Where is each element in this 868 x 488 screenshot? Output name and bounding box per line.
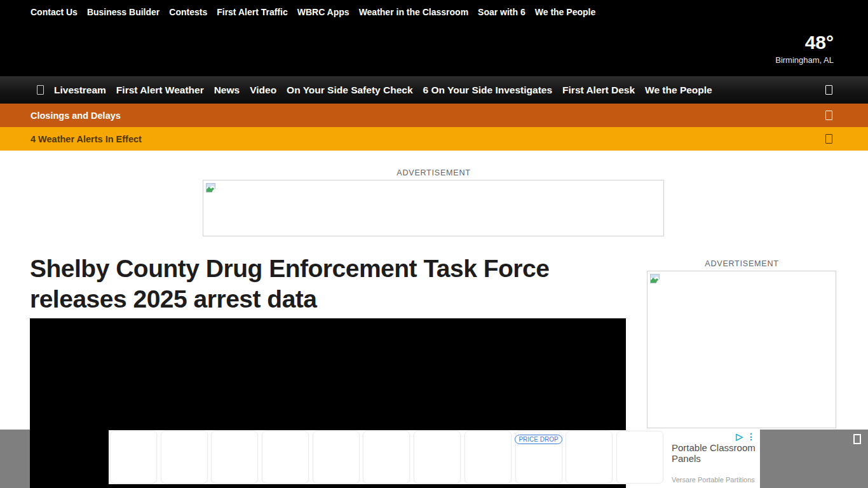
top-ad-label: ADVERTISEMENT <box>203 168 665 177</box>
utility-nav-link[interactable]: Soar with 6 <box>478 7 526 17</box>
broken-image-icon <box>650 274 661 285</box>
utility-nav-link[interactable]: Contact Us <box>31 7 78 17</box>
product-tile[interactable] <box>616 431 663 484</box>
anchor-ad-source: Versare Portable Partitions <box>672 476 755 484</box>
adchoices-icon[interactable]: ▷ <box>736 431 743 442</box>
product-tile[interactable] <box>414 431 461 484</box>
utility-nav-link[interactable]: Business Builder <box>87 7 159 17</box>
search-icon[interactable] <box>825 85 832 95</box>
anchor-ad-text-card[interactable]: ▷ ⋮ Portable Classroom Panels Versare Po… <box>665 430 760 488</box>
main-nav-link[interactable]: Video <box>250 85 276 96</box>
anchor-ad-product-tiles: PRICE DROP <box>109 430 665 484</box>
utility-nav-link[interactable]: Weather in the Classroom <box>359 7 468 17</box>
weather-location: Birmingham, AL <box>775 55 834 65</box>
product-tile[interactable] <box>566 431 613 484</box>
article-headline: Shelby County Drug Enforcement Task Forc… <box>30 254 634 315</box>
closings-expand-icon[interactable] <box>825 111 832 120</box>
sidebar-ad-label: ADVERTISEMENT <box>647 259 837 268</box>
anchor-ad-backdrop-left <box>0 430 30 488</box>
closings-label: Closings and Delays <box>31 111 121 121</box>
utility-nav: Contact UsBusiness BuilderContestsFirst … <box>0 0 868 17</box>
main-nav-links: LivestreamFirst Alert WeatherNewsVideoOn… <box>54 85 712 96</box>
anchor-ad-title: Portable Classroom Panels <box>672 443 756 464</box>
product-tile[interactable]: PRICE DROP <box>515 431 562 484</box>
product-tile[interactable] <box>211 431 258 484</box>
weather-temperature: 48° <box>775 32 834 53</box>
price-drop-badge: PRICE DROP <box>515 435 562 444</box>
utility-nav-link[interactable]: Contests <box>169 7 207 17</box>
ad-controls: ▷ ⋮ <box>736 431 756 442</box>
closings-and-delays-bar[interactable]: Closings and Delays <box>0 104 868 127</box>
main-nav-link[interactable]: First Alert Desk <box>562 85 635 96</box>
main-nav-link[interactable]: 6 On Your Side Investigates <box>423 85 553 96</box>
utility-nav-link[interactable]: First Alert Traffic <box>217 7 288 17</box>
alerts-expand-icon[interactable] <box>825 134 832 144</box>
weather-alerts-label: 4 Weather Alerts In Effect <box>31 134 142 144</box>
utility-nav-link[interactable]: We the People <box>535 7 595 17</box>
main-nav: LivestreamFirst Alert WeatherNewsVideoOn… <box>0 76 868 104</box>
ad-options-icon[interactable]: ⋮ <box>747 431 756 442</box>
main-nav-link[interactable]: On Your Side Safety Check <box>287 85 412 96</box>
broken-image-icon <box>206 183 217 194</box>
close-ad-icon[interactable] <box>853 434 861 444</box>
page: Contact UsBusiness BuilderContestsFirst … <box>0 0 868 488</box>
top-ad-banner[interactable] <box>203 180 664 236</box>
main-nav-link[interactable]: Livestream <box>54 85 106 96</box>
main-nav-link[interactable]: We the People <box>645 85 712 96</box>
product-tile[interactable] <box>363 431 410 484</box>
weather-widget[interactable]: 48° Birmingham, AL <box>775 32 834 65</box>
product-tile[interactable] <box>465 431 512 484</box>
sidebar-ad-banner[interactable] <box>647 271 836 428</box>
main-nav-link[interactable]: News <box>214 85 240 96</box>
anchor-ad-backdrop-right <box>760 430 868 488</box>
main-nav-link[interactable]: First Alert Weather <box>116 85 204 96</box>
site-header: Contact UsBusiness BuilderContestsFirst … <box>0 0 868 76</box>
weather-alerts-bar[interactable]: 4 Weather Alerts In Effect <box>0 127 868 151</box>
product-tile[interactable] <box>262 431 309 484</box>
menu-icon[interactable] <box>37 85 44 95</box>
product-tile[interactable] <box>313 431 360 484</box>
utility-nav-link[interactable]: WBRC Apps <box>297 7 349 17</box>
product-tile[interactable] <box>161 431 208 484</box>
product-tile[interactable] <box>110 431 157 484</box>
